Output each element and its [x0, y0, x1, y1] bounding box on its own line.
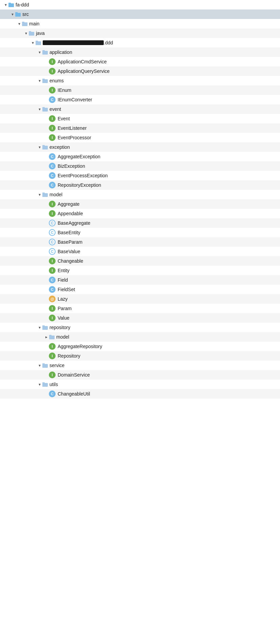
tree-row-EventProcExc[interactable]: CEventProcessException — [0, 171, 280, 180]
tree-row-ChangeableUtil[interactable]: CChangeableUtil — [0, 389, 280, 399]
tree-row-Lazy[interactable]: @Lazy — [0, 294, 280, 304]
interface-badge: I — [49, 267, 56, 274]
svg-rect-23 — [49, 335, 52, 336]
item-label: exception — [49, 144, 70, 150]
tree-row-RepoException[interactable]: CRepositoryException — [0, 180, 280, 190]
tree-row-repo-model[interactable]: ► model — [0, 332, 280, 342]
interface-badge: I — [49, 134, 56, 141]
tree-row-src[interactable]: ▼ src — [0, 9, 280, 19]
expand-arrow[interactable]: ▼ — [3, 3, 8, 7]
item-label: enums — [49, 78, 64, 83]
item-label: EventListener — [58, 125, 87, 131]
expand-arrow[interactable]: ▼ — [37, 193, 42, 197]
expand-arrow[interactable]: ► — [44, 335, 49, 339]
expand-arrow[interactable]: ▼ — [24, 32, 28, 35]
tree-row-AggregateRepo[interactable]: IAggregateRepository — [0, 342, 280, 351]
tree-row-BaseParam[interactable]: CBaseParam — [0, 237, 280, 247]
tree-row-IEnumConverter[interactable]: CIEnumConverter — [0, 95, 280, 104]
expand-arrow[interactable]: ▼ — [37, 107, 42, 111]
svg-rect-21 — [42, 325, 45, 327]
tree-row-Repository[interactable]: IRepository — [0, 351, 280, 361]
tree-row-exception[interactable]: ▼ exception — [0, 142, 280, 152]
tree-row-BaseAggregate[interactable]: CBaseAggregate — [0, 218, 280, 228]
item-label: IEnumConverter — [58, 97, 92, 102]
tree-row-Event[interactable]: IEvent — [0, 114, 280, 123]
expand-arrow[interactable]: ▼ — [37, 145, 42, 149]
tree-row-main[interactable]: ▼ main — [0, 19, 280, 28]
class-badge: C — [49, 163, 56, 169]
tree-row-java[interactable]: ▼ java — [0, 28, 280, 38]
tree-row-model[interactable]: ▼ model — [0, 190, 280, 199]
folder-icon — [42, 145, 48, 149]
folder-icon — [28, 31, 35, 36]
item-label: event — [49, 106, 61, 112]
tree-row-Entity[interactable]: IEntity — [0, 266, 280, 275]
svg-rect-7 — [29, 31, 31, 33]
tree-row-IEnum[interactable]: IIEnum — [0, 85, 280, 95]
item-label: ChangeableUtil — [58, 391, 90, 397]
tree-row-enums[interactable]: ▼ enums — [0, 76, 280, 85]
tree-row-Field[interactable]: CField — [0, 275, 280, 285]
tree-row-AggregateExc[interactable]: CAggregateException — [0, 152, 280, 161]
expand-arrow[interactable]: ▼ — [37, 51, 42, 54]
folder-icon — [42, 192, 48, 197]
item-label: BaseValue — [58, 249, 80, 254]
item-label: application — [49, 49, 72, 55]
class-badge: C — [49, 172, 56, 179]
item-label: Event — [58, 116, 70, 121]
svg-rect-17 — [42, 145, 45, 146]
item-label: model — [56, 334, 69, 340]
expand-arrow[interactable]: ▼ — [37, 326, 42, 329]
tree-row-Appendable[interactable]: IAppendable — [0, 209, 280, 218]
expand-arrow[interactable]: ▼ — [37, 364, 42, 367]
tree-row-event[interactable]: ▼ event — [0, 104, 280, 114]
tree-row-BizException[interactable]: CBizException — [0, 161, 280, 171]
abstract-class-badge: C — [49, 220, 56, 226]
tree-row-EventProcessor[interactable]: IEventProcessor — [0, 133, 280, 142]
tree-row-Aggregate[interactable]: IAggregate — [0, 199, 280, 209]
item-label: service — [49, 363, 64, 368]
svg-rect-13 — [42, 79, 45, 80]
item-label: AggregateException — [58, 154, 100, 159]
expand-arrow[interactable]: ▼ — [37, 79, 42, 83]
tree-row-AppQueryService[interactable]: IApplicationQueryService — [0, 66, 280, 76]
class-badge: C — [49, 96, 56, 103]
svg-rect-15 — [42, 107, 45, 108]
item-label: fa-ddd — [16, 2, 29, 7]
tree-row-Param[interactable]: IParam — [0, 304, 280, 313]
expand-arrow[interactable]: ▼ — [10, 13, 15, 16]
item-label: BaseEntity — [58, 230, 80, 235]
item-label: BaseParam — [58, 239, 82, 245]
item-label: Aggregate — [58, 201, 80, 207]
tree-row-BaseValue[interactable]: CBaseValue — [0, 247, 280, 256]
tree-row-application[interactable]: ▼ application — [0, 47, 280, 57]
item-label: utils — [49, 382, 58, 387]
item-label: EventProcessException — [58, 173, 108, 178]
item-label: Appendable — [58, 211, 83, 216]
svg-rect-25 — [42, 363, 45, 365]
tree-row-Changeable[interactable]: IChangeable — [0, 256, 280, 266]
class-badge: C — [49, 182, 56, 188]
item-label: main — [29, 21, 39, 26]
class-badge: C — [49, 286, 56, 293]
tree-row-FieldSet[interactable]: CFieldSet — [0, 285, 280, 294]
item-label: RepositoryException — [58, 182, 101, 188]
tree-row-repository[interactable]: ▼ repository — [0, 323, 280, 332]
tree-row-ddd-pkg[interactable]: ▼ .ddd — [0, 38, 280, 47]
item-label: EventProcessor — [58, 135, 91, 140]
expand-arrow[interactable]: ▼ — [17, 22, 22, 26]
tree-row-fa-ddd[interactable]: ▼ fa-ddd — [0, 0, 280, 9]
expand-arrow[interactable]: ▼ — [37, 383, 42, 386]
tree-row-utils[interactable]: ▼ utils — [0, 380, 280, 389]
item-label: src — [22, 12, 29, 17]
folder-icon — [42, 107, 48, 112]
tree-row-EventListener[interactable]: IEventListener — [0, 123, 280, 133]
interface-badge: I — [49, 87, 56, 94]
tree-row-BaseEntity[interactable]: CBaseEntity — [0, 228, 280, 237]
tree-row-Value[interactable]: IValue — [0, 313, 280, 323]
tree-row-service[interactable]: ▼ service — [0, 361, 280, 370]
expand-arrow[interactable]: ▼ — [31, 41, 35, 45]
tree-row-AppCmdService[interactable]: IApplicationCmdService — [0, 57, 280, 66]
abstract-class-badge: C — [49, 248, 56, 255]
tree-row-DomainService[interactable]: IDomainService — [0, 370, 280, 380]
